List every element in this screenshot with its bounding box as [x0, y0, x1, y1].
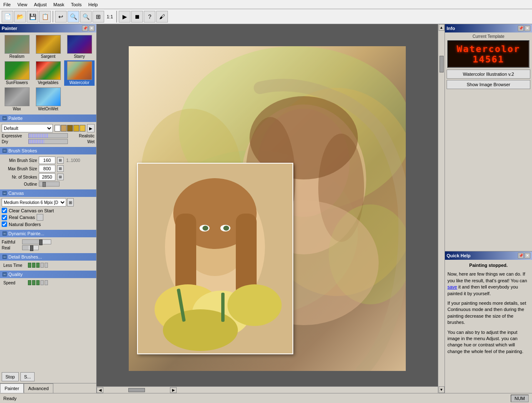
info-pin-btn[interactable]: 📌 [518, 25, 524, 31]
left-panel-title: Painter [2, 26, 17, 31]
palette-dropdown[interactable]: Default [2, 124, 53, 132]
titlebar-buttons: 📌 ✕ [82, 25, 95, 31]
zoom-out-button[interactable]: 🔍 [80, 11, 92, 22]
natural-borders-checkbox[interactable] [2, 221, 7, 227]
menu-view[interactable]: View [14, 1, 31, 8]
template-wax[interactable]: Wax [2, 87, 32, 112]
tab-advanced[interactable]: Advanced [24, 383, 53, 393]
color-swatch-white[interactable] [55, 125, 60, 132]
dry-row: Dry Wet [2, 139, 95, 144]
detail-collapse-btn[interactable]: – [2, 255, 7, 259]
revert-button[interactable]: ↩ [55, 11, 67, 22]
dry-wet-slider[interactable] [28, 139, 68, 144]
max-brush-btn[interactable]: ⊞ [57, 165, 64, 172]
clear-canvas-checkbox[interactable] [2, 208, 7, 213]
template-wetonwet[interactable]: WetOnWet [33, 87, 63, 112]
template-vegetables[interactable]: Vegetables [33, 60, 63, 86]
new-button[interactable]: 📄 [2, 11, 13, 22]
qh-save-link[interactable]: save [447, 284, 457, 289]
dot2 [32, 263, 35, 268]
canvas-collapse-btn[interactable]: – [2, 191, 7, 195]
canvas-resolution-dropdown[interactable]: Medium Resolution 6 Mpix [D [2, 198, 66, 206]
info-panel: Info 📌 ✕ Current Template Watercolor 145… [445, 24, 532, 251]
template-name-button[interactable]: Watercolor Illustration v.2 [447, 70, 530, 79]
save-as-button[interactable]: 📋 [39, 11, 51, 22]
show-image-browser-button[interactable]: Show Image Browser [447, 80, 530, 89]
faithful-slider[interactable] [22, 239, 51, 244]
expressive-slider[interactable] [28, 133, 68, 138]
template-realism[interactable]: Realism [2, 34, 32, 60]
scroll-thumb-h[interactable] [128, 388, 145, 392]
scroll-right-btn[interactable]: ▶ [170, 387, 177, 393]
zoom-in-button[interactable]: 🔍 [67, 11, 79, 22]
quality-collapse-btn[interactable]: – [2, 272, 7, 276]
outline-label: Outline [2, 182, 37, 187]
less-time-label: Less Time [3, 263, 26, 268]
color-swatch-brown[interactable] [67, 125, 73, 132]
pin-button[interactable]: 📌 [82, 25, 88, 31]
menu-file[interactable]: File [0, 1, 14, 8]
canvas-btn[interactable]: ⊞ [67, 198, 74, 206]
min-brush-range: 1..1000 [66, 158, 80, 163]
brush-collapse-btn[interactable]: – [2, 149, 7, 153]
min-brush-input[interactable] [39, 157, 55, 164]
save-button[interactable]: 💾 [27, 11, 38, 22]
color-swatch-amber[interactable] [73, 125, 79, 132]
close-left-panel-button[interactable]: ✕ [89, 25, 95, 31]
tab-painter[interactable]: Painter [0, 383, 24, 393]
left-panel-titlebar: Painter 📌 ✕ [0, 24, 96, 32]
canvas-scrollbar-v[interactable]: ▲ ▼ [438, 24, 445, 393]
menu-mask[interactable]: Mask [50, 1, 67, 8]
main-layout: Painter 📌 ✕ Realism Sargent Starry [0, 24, 532, 393]
min-brush-btn[interactable]: ⊞ [57, 157, 64, 164]
template-starry[interactable]: Starry [64, 34, 95, 60]
led-line1: Watercolor [452, 44, 525, 54]
menu-tools[interactable]: Tools [67, 1, 85, 8]
max-brush-input[interactable] [39, 165, 55, 172]
help-button[interactable]: ? [144, 11, 155, 22]
dynamic-collapse-btn[interactable]: – [2, 231, 7, 236]
nr-strokes-btn[interactable]: ⊞ [57, 174, 64, 180]
outline-slider[interactable] [39, 182, 60, 187]
outline-row: Outline [2, 182, 95, 187]
qh-pin-btn[interactable]: 📌 [518, 253, 524, 259]
start-painting-button[interactable]: S... [20, 372, 35, 381]
scroll-down-btn[interactable]: ▼ [439, 386, 445, 393]
palette-arrow-btn[interactable]: ▶ [87, 124, 95, 132]
menu-help[interactable]: Help [85, 1, 101, 8]
menu-adjust[interactable]: Adjust [30, 1, 50, 8]
spd3 [36, 280, 40, 285]
stop-painting-button[interactable]: Stop [2, 372, 19, 381]
less-time-row: Less Time [3, 263, 93, 268]
template-watercolor-thumb [67, 61, 92, 80]
scroll-left-btn[interactable]: ◀ [97, 387, 103, 393]
template-vegetables-thumb [36, 61, 61, 80]
template-sunflowers[interactable]: SunFlowers [2, 60, 32, 86]
play-button[interactable]: ▶ [119, 11, 130, 22]
template-sargent[interactable]: Sargent [33, 34, 63, 60]
color-swatch-tan[interactable] [61, 125, 67, 132]
scroll-thumb-v[interactable] [440, 56, 444, 72]
palette-collapse-btn[interactable]: – [2, 116, 7, 120]
qh-close-btn[interactable]: ✕ [525, 253, 530, 259]
paint-button[interactable]: 🖌 [156, 11, 168, 22]
canvas-scrollbar-h[interactable]: ◀ ▶ [97, 386, 438, 393]
color-swatch-gold[interactable] [80, 125, 85, 132]
nr-strokes-input[interactable] [39, 173, 55, 181]
template-watercolor[interactable]: Watercolor [64, 60, 95, 86]
template-sunflowers-thumb [5, 61, 30, 80]
detail-brushes-header: – Detail Brushes... [0, 253, 96, 261]
real-slider[interactable] [22, 245, 39, 250]
toolbar-sep-2 [116, 11, 117, 22]
open-button[interactable]: 📂 [14, 11, 26, 22]
stop-button[interactable]: ⏹ [131, 11, 143, 22]
canvas-color-swatch[interactable] [37, 214, 43, 221]
current-template-label: Current Template [447, 34, 530, 39]
spd2 [32, 280, 35, 285]
zoom-fit-button[interactable]: ⊞ [92, 11, 104, 22]
real-canvas-checkbox[interactable] [2, 215, 7, 220]
scroll-up-btn[interactable]: ▲ [439, 24, 445, 31]
quick-help-panel: Quick Help 📌 ✕ Painting stopped. Now, he… [445, 251, 532, 393]
less-time-dots [28, 263, 48, 268]
info-close-btn[interactable]: ✕ [525, 25, 530, 31]
